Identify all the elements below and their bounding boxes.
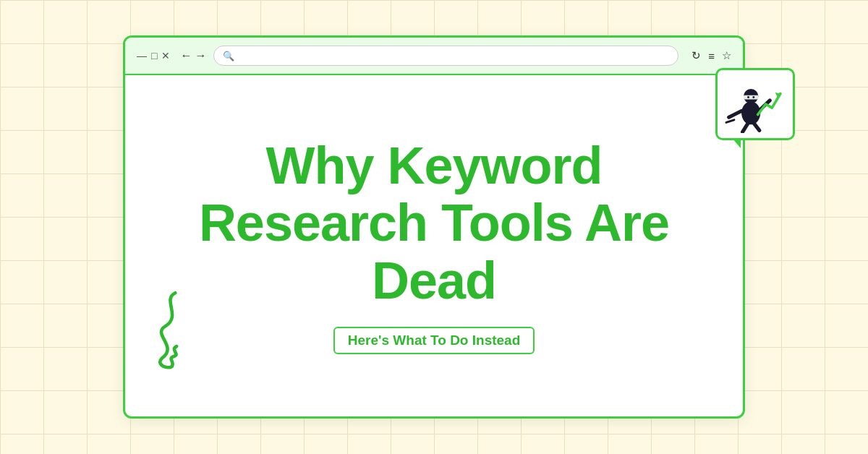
maximize-button[interactable]: □ (151, 51, 157, 61)
bookmark-icon[interactable]: ☆ (722, 49, 731, 62)
address-input[interactable] (239, 51, 669, 61)
ninja-icon (723, 75, 788, 133)
browser-window: — □ ✕ ← → 🔍 ↻ ≡ ☆ (123, 35, 745, 419)
subtitle-badge: Here's What To Do Instead (333, 327, 535, 354)
close-button[interactable]: ✕ (161, 51, 170, 61)
ninja-illustration-box (715, 68, 795, 140)
menu-icon[interactable]: ≡ (708, 50, 715, 62)
address-bar[interactable]: 🔍 (213, 46, 678, 66)
decorative-squiggle (147, 286, 190, 373)
svg-point-3 (747, 96, 749, 98)
refresh-icon[interactable]: ↻ (692, 49, 701, 62)
main-title: Why Keyword Research Tools Are Dead (169, 137, 699, 309)
window-controls: — □ ✕ (137, 51, 170, 61)
search-icon: 🔍 (223, 51, 234, 61)
svg-point-4 (752, 96, 754, 98)
svg-line-5 (729, 111, 741, 117)
page-container: — □ ✕ ← → 🔍 ↻ ≡ ☆ (0, 0, 868, 454)
browser-toolbar: — □ ✕ ← → 🔍 ↻ ≡ ☆ (125, 38, 743, 75)
back-button[interactable]: ← (180, 49, 192, 62)
svg-line-8 (754, 124, 760, 130)
forward-button[interactable]: → (195, 49, 206, 62)
svg-line-7 (743, 124, 748, 132)
subtitle-text: Here's What To Do Instead (348, 333, 521, 348)
toolbar-icons: ↻ ≡ ☆ (692, 49, 731, 62)
nav-arrows: ← → (180, 49, 206, 62)
svg-rect-2 (744, 95, 758, 100)
svg-line-9 (726, 120, 734, 123)
browser-content: Why Keyword Research Tools Are Dead Here… (125, 75, 743, 416)
minimize-button[interactable]: — (137, 51, 147, 61)
